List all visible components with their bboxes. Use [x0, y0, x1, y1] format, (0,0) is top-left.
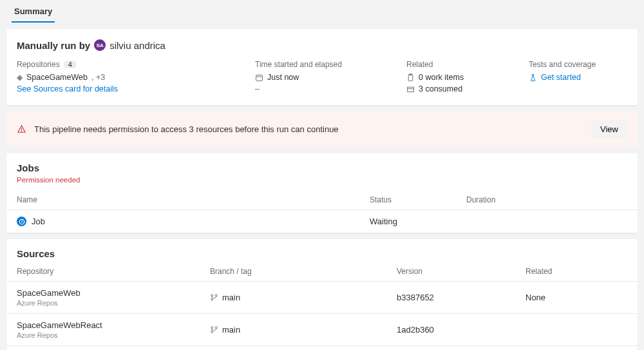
- svg-rect-0: [256, 75, 263, 81]
- branch-name: main: [222, 293, 240, 302]
- repositories-column: Repositories 4 ◆ SpaceGameWeb , +3 See S…: [17, 60, 249, 96]
- package-icon: [406, 85, 415, 93]
- time-elapsed: –: [255, 84, 400, 93]
- tests-column: Tests and coverage Get started: [529, 60, 627, 96]
- version: b3387652: [397, 293, 526, 302]
- tabs-bar: Summary: [0, 0, 644, 23]
- table-row[interactable]: FabrikamFiberAzure Reposmain2455caae: [6, 346, 638, 350]
- see-sources-link[interactable]: See Sources card for details: [17, 84, 249, 93]
- version: 1ad2b360: [397, 325, 526, 335]
- repositories-count-badge: 4: [64, 61, 77, 68]
- table-row[interactable]: JobWaiting: [6, 210, 638, 233]
- sources-header-branch: Branch / tag: [210, 267, 397, 276]
- warning-text: This pipeline needs permission to access…: [34, 124, 583, 134]
- view-button[interactable]: View: [591, 121, 627, 138]
- avatar: SA: [94, 39, 106, 51]
- jobs-header-name: Name: [17, 195, 370, 204]
- user-name: silviu andrica: [109, 40, 166, 51]
- related-label: Related: [406, 60, 522, 69]
- sources-header-repository: Repository: [17, 267, 210, 276]
- branch-name: main: [222, 325, 240, 335]
- repo-name: SpaceGameWeb: [17, 288, 210, 298]
- jobs-header-status: Status: [370, 195, 466, 204]
- jobs-table-header: Name Status Duration: [6, 190, 638, 210]
- table-row[interactable]: SpaceGameWebAzure Reposmainb3387652None: [6, 282, 638, 314]
- svg-point-11: [215, 295, 217, 297]
- run-title: Manually run by SA silviu andrica: [17, 39, 627, 51]
- repo-icon: ◆: [17, 73, 23, 82]
- permission-needed-label: Permission needed: [6, 176, 638, 190]
- sources-header-version: Version: [397, 267, 526, 276]
- run-summary-card: Manually run by SA silviu andrica Reposi…: [6, 29, 638, 105]
- svg-point-13: [211, 331, 213, 333]
- svg-rect-4: [408, 87, 414, 92]
- time-column: Time started and elapsed Just now –: [255, 60, 400, 96]
- jobs-header-duration: Duration: [466, 195, 563, 204]
- svg-point-7: [21, 131, 22, 131]
- calendar-icon: [255, 73, 263, 82]
- warning-icon: [17, 124, 26, 134]
- svg-point-12: [211, 327, 213, 329]
- repo-source: Azure Repos: [17, 331, 210, 339]
- job-status: Waiting: [370, 217, 466, 226]
- sources-card: Sources Repository Branch / tag Version …: [6, 239, 638, 350]
- related: None: [526, 293, 627, 302]
- job-name: Job: [32, 217, 45, 226]
- repo-name: SpaceGameWebReact: [17, 320, 210, 330]
- svg-point-9: [211, 295, 213, 297]
- consumed: 3 consumed: [419, 84, 462, 93]
- time-label: Time started and elapsed: [255, 60, 400, 69]
- jobs-card: Jobs Permission needed Name Status Durat…: [6, 153, 638, 233]
- tab-summary[interactable]: Summary: [12, 0, 55, 23]
- sources-title: Sources: [6, 239, 638, 262]
- repositories-label: Repositories: [17, 60, 60, 69]
- clock-icon: [17, 217, 26, 226]
- clipboard-icon: [406, 73, 415, 82]
- primary-repo: SpaceGameWeb: [26, 73, 88, 82]
- sources-table-header: Repository Branch / tag Version Related: [6, 262, 638, 282]
- jobs-title: Jobs: [6, 153, 638, 176]
- permission-warning: This pipeline needs permission to access…: [6, 112, 638, 147]
- time-started: Just now: [267, 73, 299, 82]
- related-column: Related 0 work items 3 consumed: [406, 60, 522, 96]
- extra-repos: , +3: [91, 73, 105, 82]
- flask-icon: [529, 73, 537, 82]
- svg-point-10: [211, 298, 213, 300]
- work-items: 0 work items: [419, 73, 464, 82]
- tests-label: Tests and coverage: [529, 60, 627, 69]
- branch-icon: [210, 293, 218, 302]
- sources-header-related: Related: [526, 267, 627, 276]
- repo-source: Azure Repos: [17, 299, 210, 307]
- branch-icon: [210, 326, 218, 334]
- table-row[interactable]: SpaceGameWebReactAzure Reposmain1ad2b360: [6, 314, 638, 346]
- run-prefix: Manually run by: [17, 40, 90, 51]
- svg-rect-2: [408, 74, 413, 81]
- svg-point-14: [215, 327, 217, 329]
- get-started-link[interactable]: Get started: [541, 73, 581, 82]
